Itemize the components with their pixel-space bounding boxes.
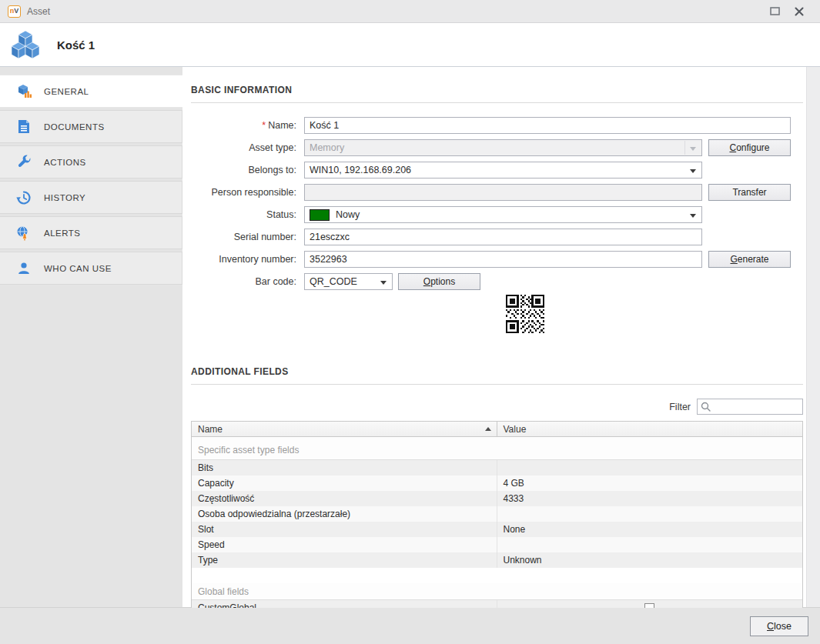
transfer-button[interactable]: Transfer <box>708 184 791 201</box>
tab-who-can-use[interactable]: WHO CAN USE <box>0 252 182 285</box>
tab-general-label: GENERAL <box>44 87 89 96</box>
serial-number-row: Serial number: <box>191 229 803 245</box>
window-title: Asset <box>27 6 50 17</box>
tab-actions[interactable]: ACTIONS <box>0 145 182 179</box>
chevron-down-icon <box>690 169 696 173</box>
name-row: *Name: <box>191 117 803 134</box>
asset-type-row: Asset type: Memory Configure <box>191 139 803 156</box>
table-row[interactable]: Slot None <box>192 522 802 537</box>
qr-code-image <box>506 295 544 333</box>
footer-bar: Close <box>0 608 820 644</box>
additional-fields-title: ADDITIONAL FIELDS <box>191 366 803 377</box>
belongs-to-combo[interactable]: WIN10, 192.168.69.206 <box>304 162 702 179</box>
table-spacer <box>192 568 802 583</box>
sort-ascending-icon <box>485 427 491 431</box>
person-icon <box>16 261 32 276</box>
maximize-button[interactable] <box>765 3 785 20</box>
table-row[interactable]: Bits <box>192 460 802 475</box>
chevron-down-icon <box>690 214 696 218</box>
vertical-scrollbar[interactable] <box>806 67 820 607</box>
table-row[interactable]: Osoba odpowiedzialna (przestarzałe) <box>192 506 802 522</box>
additional-fields-table: Name Value Specific asset type fields Bi… <box>191 421 803 616</box>
maximize-icon <box>770 7 780 15</box>
tab-history[interactable]: HISTORY <box>0 181 182 214</box>
column-header-value[interactable]: Value <box>497 422 803 436</box>
tab-alerts-label: ALERTS <box>44 229 81 238</box>
wrench-icon <box>16 155 32 170</box>
chevron-down-icon <box>380 281 387 285</box>
status-color-swatch <box>310 209 330 221</box>
person-responsible-row: Person responsible: Transfer <box>191 184 803 201</box>
table-row[interactable]: Type Unknown <box>192 552 802 568</box>
name-input[interactable] <box>304 117 791 134</box>
page-title: Kość 1 <box>57 38 95 52</box>
tab-alerts[interactable]: ALERTS <box>0 216 182 249</box>
asset-type-combo: Memory <box>304 139 702 156</box>
inventory-number-label: Inventory number: <box>191 254 296 265</box>
qr-code-row <box>506 295 803 333</box>
options-button[interactable]: Options <box>398 273 480 290</box>
status-row: Status: Nowy <box>191 206 803 223</box>
required-mark: * <box>262 120 266 131</box>
filter-label: Filter <box>669 402 691 412</box>
table-row[interactable]: Capacity 4 GB <box>192 475 802 491</box>
serial-number-label: Serial number: <box>191 232 296 242</box>
close-icon <box>795 7 804 16</box>
close-button[interactable]: Close <box>750 616 808 636</box>
general-panel: BASIC INFORMATION *Name: Asset type: Mem… <box>182 67 806 607</box>
configure-button[interactable]: Configure <box>708 139 791 156</box>
section-divider <box>191 102 803 103</box>
serial-number-input[interactable] <box>304 229 702 245</box>
bar-code-label: Bar code: <box>191 276 296 287</box>
asset-header: Kość 1 <box>0 23 820 67</box>
group-row-global: Global fields <box>192 583 802 600</box>
belongs-to-label: Belongs to: <box>191 165 296 175</box>
basic-information-title: BASIC INFORMATION <box>191 85 803 95</box>
status-label: Status: <box>191 209 296 220</box>
tab-actions-label: ACTIONS <box>44 158 86 167</box>
sidebar: GENERAL DOCUMENTS <box>0 67 182 607</box>
filter-row: Filter <box>191 399 803 415</box>
person-responsible-label: Person responsible: <box>191 187 296 198</box>
tab-documents[interactable]: DOCUMENTS <box>0 110 182 143</box>
table-header: Name Value <box>192 422 802 437</box>
titlebar: nV Asset <box>0 0 820 23</box>
close-window-button[interactable] <box>789 3 809 20</box>
filter-input[interactable] <box>697 399 803 415</box>
bar-code-combo[interactable]: QR_CODE <box>304 273 393 290</box>
asset-cubes-icon <box>11 30 40 59</box>
bar-code-row: Bar code: QR_CODE Options <box>191 273 803 290</box>
column-header-name[interactable]: Name <box>192 422 497 436</box>
name-label: *Name: <box>191 120 296 131</box>
section-divider <box>191 384 803 385</box>
tab-who-can-use-label: WHO CAN USE <box>44 264 112 273</box>
cube-chart-icon <box>16 84 32 99</box>
search-icon <box>701 402 711 412</box>
asset-type-label: Asset type: <box>191 142 296 153</box>
inventory-number-input[interactable] <box>304 251 702 268</box>
table-row[interactable]: Częstotliwość 4333 <box>192 491 802 506</box>
generate-button[interactable]: Generate <box>708 251 791 268</box>
history-icon <box>16 190 32 205</box>
group-row-specific: Specific asset type fields <box>192 437 802 460</box>
person-responsible-input <box>304 184 702 201</box>
inventory-number-row: Inventory number: Generate <box>191 251 803 268</box>
belongs-to-row: Belongs to: WIN10, 192.168.69.206 <box>191 162 803 179</box>
chevron-down-icon <box>690 147 696 151</box>
globe-bell-icon <box>16 225 32 241</box>
nvision-logo-icon: nV <box>8 5 21 18</box>
tab-history-label: HISTORY <box>44 193 85 202</box>
table-row[interactable]: Speed <box>192 537 802 552</box>
tab-documents-label: DOCUMENTS <box>44 122 105 132</box>
tab-general[interactable]: GENERAL <box>0 75 182 108</box>
status-combo[interactable]: Nowy <box>304 206 702 223</box>
document-icon <box>16 119 32 135</box>
asset-window: nV Asset <box>0 0 820 644</box>
